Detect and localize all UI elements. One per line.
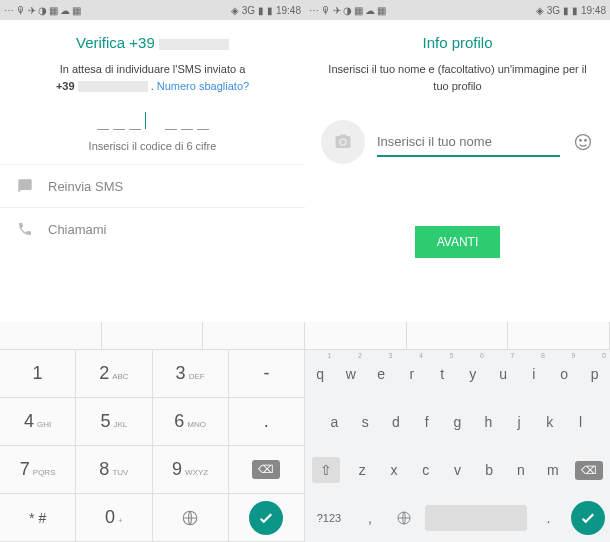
status-icon: 🎙: [321, 5, 331, 16]
key-5[interactable]: 5JKL: [76, 398, 152, 446]
key-r[interactable]: r4: [397, 350, 428, 398]
status-icon: ☁: [60, 5, 70, 16]
key-w[interactable]: w2: [336, 350, 367, 398]
status-icon: ▦: [377, 5, 386, 16]
key-comma[interactable]: ,: [353, 494, 387, 542]
svg-point-1: [580, 140, 582, 142]
key-c[interactable]: c: [410, 446, 442, 494]
check-icon: [249, 501, 283, 535]
key-0[interactable]: 0+: [76, 494, 152, 542]
key-h[interactable]: h: [473, 398, 504, 446]
key-d[interactable]: d: [381, 398, 412, 446]
svg-point-0: [576, 135, 591, 150]
globe-icon: [396, 510, 412, 526]
key-1[interactable]: 1: [0, 350, 76, 398]
key-y[interactable]: y6: [458, 350, 489, 398]
key-s[interactable]: s: [350, 398, 381, 446]
key-4[interactable]: 4GHI: [0, 398, 76, 446]
page-title: Verifica +39: [0, 20, 305, 61]
status-icon: ☁: [365, 5, 375, 16]
emoji-button[interactable]: [572, 131, 594, 153]
key-o[interactable]: o9: [549, 350, 580, 398]
key-x[interactable]: x: [378, 446, 410, 494]
status-bar: ⋯ 🎙 ✈ ◑ ▦ ☁ ▦ ◈ 3G ▮ ▮ 19:48: [305, 0, 610, 20]
key-lang[interactable]: [153, 494, 229, 542]
status-icon: ◑: [343, 5, 352, 16]
numeric-keypad: 1 2ABC 3DEF - 4GHI 5JKL 6MNO . 7PQRS 8TU…: [0, 350, 305, 542]
backspace-icon: ⌫: [575, 461, 603, 480]
status-icon: ✈: [28, 5, 36, 16]
key-i[interactable]: i8: [519, 350, 550, 398]
key-9[interactable]: 9WXYZ: [153, 446, 229, 494]
clock: 19:48: [276, 5, 301, 16]
wifi-icon: ◈: [231, 5, 239, 16]
key-b[interactable]: b: [473, 446, 505, 494]
avatar-picker[interactable]: [321, 120, 365, 164]
camera-icon: [333, 133, 353, 151]
key-7[interactable]: 7PQRS: [0, 446, 76, 494]
key-m[interactable]: m: [537, 446, 569, 494]
key-dash[interactable]: -: [229, 350, 305, 398]
battery-icon: ▮: [267, 5, 273, 16]
key-v[interactable]: v: [442, 446, 474, 494]
next-button[interactable]: AVANTI: [415, 226, 501, 258]
key-confirm[interactable]: [229, 494, 305, 542]
qwerty-keypad: q1w2e3r4t5y6u7i8o9p0 asdfghjkl ⇧ zxcvbnm…: [305, 350, 610, 542]
resend-sms-button[interactable]: Reinvia SMS: [0, 164, 305, 207]
signal-icon: ▮: [563, 5, 569, 16]
status-icon: ⋯: [309, 5, 319, 16]
clock: 19:48: [581, 5, 606, 16]
suggestion-bar: [0, 322, 610, 350]
key-period[interactable]: .: [531, 494, 565, 542]
page-title: Info profilo: [305, 20, 610, 61]
key-n[interactable]: n: [505, 446, 537, 494]
key-z[interactable]: z: [346, 446, 378, 494]
subtitle: Inserisci il tuo nome e (facoltativo) un…: [305, 61, 610, 94]
code-input[interactable]: [0, 112, 305, 134]
key-3[interactable]: 3DEF: [153, 350, 229, 398]
keyboard: 1 2ABC 3DEF - 4GHI 5JKL 6MNO . 7PQRS 8TU…: [0, 322, 610, 542]
key-g[interactable]: g: [442, 398, 473, 446]
emoji-icon: [573, 132, 593, 152]
status-icon: ✈: [333, 5, 341, 16]
key-e[interactable]: e3: [366, 350, 397, 398]
globe-icon: [181, 509, 199, 527]
key-symbols[interactable]: ?123: [305, 494, 353, 542]
verify-screen: ⋯ 🎙 ✈ ◑ ▦ ☁ ▦ ◈ 3G ▮ ▮ 19:48 Verifica +3…: [0, 0, 305, 258]
key-f[interactable]: f: [411, 398, 442, 446]
profile-screen: ⋯ 🎙 ✈ ◑ ▦ ☁ ▦ ◈ 3G ▮ ▮ 19:48 Info profil…: [305, 0, 610, 258]
phone-icon: [16, 220, 34, 238]
key-q[interactable]: q1: [305, 350, 336, 398]
shift-icon: ⇧: [312, 457, 340, 483]
key-star[interactable]: * #: [0, 494, 76, 542]
backspace-icon: ⌫: [252, 460, 280, 479]
status-icon: ◑: [38, 5, 47, 16]
check-icon: [571, 501, 605, 535]
wait-message: In attesa di individuare l'SMS inviato a…: [0, 61, 305, 94]
key-6[interactable]: 6MNO: [153, 398, 229, 446]
key-u[interactable]: u7: [488, 350, 519, 398]
key-2[interactable]: 2ABC: [76, 350, 152, 398]
key-space[interactable]: [425, 505, 527, 531]
network-label: 3G: [547, 5, 560, 16]
status-icon: 🎙: [16, 5, 26, 16]
key-lang[interactable]: [387, 494, 421, 542]
key-backspace[interactable]: ⌫: [229, 446, 305, 494]
wrong-number-link[interactable]: Numero sbagliato?: [157, 80, 249, 92]
key-dot[interactable]: .: [229, 398, 305, 446]
key-shift[interactable]: ⇧: [305, 446, 346, 494]
key-backspace[interactable]: ⌫: [569, 446, 610, 494]
call-me-button[interactable]: Chiamami: [0, 207, 305, 250]
key-p[interactable]: p0: [580, 350, 611, 398]
name-input[interactable]: [377, 128, 560, 157]
sms-icon: [16, 177, 34, 195]
key-confirm[interactable]: [566, 494, 610, 542]
key-l[interactable]: l: [565, 398, 596, 446]
svg-point-2: [585, 140, 587, 142]
key-t[interactable]: t5: [427, 350, 458, 398]
key-8[interactable]: 8TUV: [76, 446, 152, 494]
key-a[interactable]: a: [319, 398, 350, 446]
key-j[interactable]: j: [504, 398, 535, 446]
key-k[interactable]: k: [534, 398, 565, 446]
status-icon: ▦: [49, 5, 58, 16]
